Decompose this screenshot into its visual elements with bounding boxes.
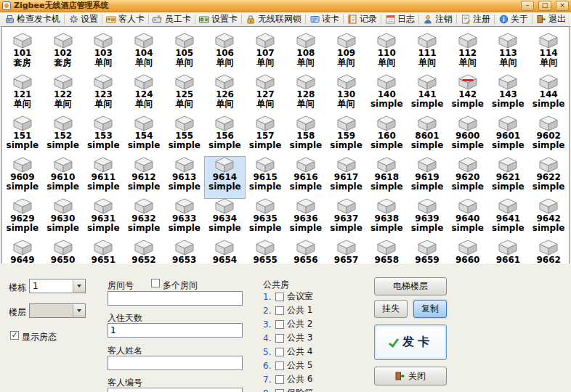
- copy-button[interactable]: 复制: [413, 300, 447, 318]
- room-cell-8601[interactable]: 8601simple: [407, 115, 448, 157]
- room-cell-9610[interactable]: 9610simple: [43, 157, 84, 198]
- room-cell-157[interactable]: 157simple: [245, 115, 286, 157]
- public-room-item[interactable]: 8.保险箱: [263, 386, 313, 392]
- room-cell-127[interactable]: 127单间: [245, 74, 286, 115]
- toolbar-item-settings[interactable]: 设置: [65, 12, 101, 26]
- room-cell-9612[interactable]: 9612simple: [123, 157, 164, 198]
- public-room-item[interactable]: 5.公共 4: [263, 345, 313, 359]
- multi-room-checkbox[interactable]: [151, 279, 160, 287]
- room-cell-101[interactable]: 101套房: [2, 33, 43, 74]
- public-room-item[interactable]: 6.公共 5: [263, 359, 313, 372]
- room-cell-153[interactable]: 153simple: [83, 115, 123, 157]
- room-cell-102[interactable]: 102套房: [43, 33, 84, 74]
- room-cell-9615[interactable]: 9615simple: [245, 157, 286, 198]
- floor-select[interactable]: [29, 303, 86, 318]
- room-cell-154[interactable]: 154simple: [123, 115, 164, 157]
- close-panel-button[interactable]: 关闭: [374, 367, 447, 385]
- guest-name-input[interactable]: [108, 356, 243, 370]
- room-cell-9634[interactable]: 9634simple: [205, 198, 246, 240]
- show-status-checkbox[interactable]: [10, 331, 19, 340]
- room-cell-107[interactable]: 107单间: [245, 33, 286, 74]
- minimize-button[interactable]: –: [521, 1, 534, 11]
- toolbar-item-records[interactable]: 记录: [344, 12, 380, 26]
- public-room-checkbox[interactable]: [275, 389, 284, 392]
- room-cell-113[interactable]: 113单间: [488, 33, 529, 74]
- guest-id-input[interactable]: [108, 388, 243, 392]
- public-room-checkbox[interactable]: [275, 348, 284, 356]
- toolbar-item-exit[interactable]: 退出: [533, 12, 569, 26]
- room-cell-126[interactable]: 126单间: [205, 74, 246, 115]
- public-room-checkbox[interactable]: [275, 293, 284, 301]
- room-cell-108[interactable]: 108单间: [286, 33, 326, 74]
- public-room-checkbox[interactable]: [275, 306, 284, 315]
- toolbar-item-logout[interactable]: 注销: [420, 12, 455, 26]
- room-cell-9632[interactable]: 9632simple: [123, 198, 164, 240]
- room-cell-9642[interactable]: 9642simple: [528, 198, 569, 240]
- room-no-input[interactable]: [108, 291, 243, 306]
- public-room-item[interactable]: 2.公共 1: [263, 303, 313, 317]
- room-cell-123[interactable]: 123单间: [83, 74, 123, 115]
- room-cell-9618[interactable]: 9618simple: [366, 157, 407, 198]
- room-cell-9614[interactable]: 9614simple: [205, 157, 246, 198]
- chevron-down-icon[interactable]: [73, 279, 85, 293]
- room-cell-9617[interactable]: 9617simple: [326, 157, 367, 198]
- maximize-button[interactable]: □: [538, 1, 551, 11]
- days-input[interactable]: [108, 323, 243, 338]
- room-cell-143[interactable]: 143simple: [488, 74, 529, 115]
- public-room-checkbox[interactable]: [275, 334, 284, 343]
- room-cell-124[interactable]: 124单间: [123, 74, 164, 115]
- toolbar-item-guest-card[interactable]: 客人卡: [103, 12, 147, 26]
- room-cell-9600[interactable]: 9600simple: [448, 115, 488, 157]
- room-cell-9621[interactable]: 9621simple: [488, 157, 529, 198]
- room-cell-142[interactable]: 142simple: [448, 74, 488, 115]
- public-room-checkbox[interactable]: [275, 320, 284, 329]
- room-cell-9638[interactable]: 9638simple: [366, 198, 407, 240]
- room-cell-104[interactable]: 104单间: [123, 33, 164, 74]
- room-cell-130[interactable]: 130单间: [326, 74, 367, 115]
- public-room-item[interactable]: 7.公共 6: [263, 372, 313, 386]
- room-cell-9620[interactable]: 9620simple: [448, 157, 488, 198]
- room-cell-9640[interactable]: 9640simple: [448, 198, 488, 240]
- room-cell-9602[interactable]: 9602simple: [528, 115, 569, 157]
- room-cell-9635[interactable]: 9635simple: [245, 198, 286, 240]
- room-cell-109[interactable]: 109单间: [326, 33, 367, 74]
- public-room-checkbox[interactable]: [275, 362, 284, 370]
- room-cell-114[interactable]: 114单间: [528, 33, 569, 74]
- toolbar-item-register[interactable]: 注册: [458, 12, 493, 26]
- room-cell-9622[interactable]: 9622simple: [528, 157, 569, 198]
- chevron-down-icon[interactable]: [73, 304, 85, 317]
- public-room-item[interactable]: 4.公共 3: [263, 331, 313, 345]
- toolbar-item-read-card[interactable]: 读卡: [307, 12, 342, 26]
- room-cell-9631[interactable]: 9631simple: [83, 198, 123, 240]
- room-cell-111[interactable]: 111单间: [407, 33, 448, 74]
- public-room-item[interactable]: 3.公共 2: [263, 317, 313, 331]
- public-room-checkbox[interactable]: [275, 375, 284, 384]
- room-cell-106[interactable]: 106单间: [205, 33, 246, 74]
- room-cell-144[interactable]: 144simple: [528, 74, 569, 115]
- room-cell-158[interactable]: 158simple: [286, 115, 326, 157]
- room-cell-9619[interactable]: 9619simple: [407, 157, 448, 198]
- room-cell-128[interactable]: 128单间: [286, 74, 326, 115]
- room-cell-9609[interactable]: 9609simple: [2, 157, 43, 198]
- room-cell-155[interactable]: 155simple: [164, 115, 205, 157]
- room-cell-9611[interactable]: 9611simple: [83, 157, 123, 198]
- room-cell-160[interactable]: 160simple: [366, 115, 407, 157]
- room-cell-9639[interactable]: 9639simple: [407, 198, 448, 240]
- issue-card-button[interactable]: 发卡: [374, 324, 447, 360]
- room-cell-122[interactable]: 122单间: [43, 74, 84, 115]
- room-cell-9630[interactable]: 9630simple: [43, 198, 84, 240]
- room-cell-9636[interactable]: 9636simple: [286, 198, 326, 240]
- public-room-item[interactable]: 1.会议室: [263, 290, 313, 303]
- room-cell-141[interactable]: 141simple: [407, 74, 448, 115]
- toolbar-item-wireless-lock[interactable]: 无线联网锁: [243, 12, 304, 26]
- room-cell-9613[interactable]: 9613simple: [164, 157, 205, 198]
- room-cell-103[interactable]: 103单间: [83, 33, 123, 74]
- toolbar-item-staff-card[interactable]: 员工卡: [150, 12, 194, 26]
- close-window-button[interactable]: ×: [556, 1, 569, 11]
- room-cell-9616[interactable]: 9616simple: [286, 157, 326, 198]
- room-cell-9637[interactable]: 9637simple: [326, 198, 367, 240]
- toolbar-item-about[interactable]: 关于: [495, 12, 531, 26]
- room-cell-9641[interactable]: 9641simple: [488, 198, 529, 240]
- building-select[interactable]: 1: [29, 279, 86, 293]
- room-cell-151[interactable]: 151simple: [2, 115, 43, 157]
